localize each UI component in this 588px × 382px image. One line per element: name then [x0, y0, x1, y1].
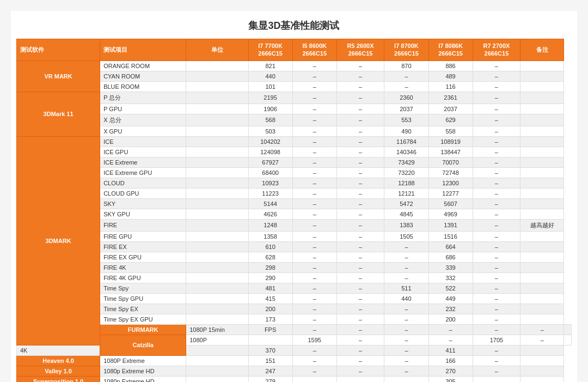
unit-cell: [186, 231, 248, 241]
value-cell: –: [292, 252, 336, 262]
unit-cell: [186, 283, 248, 293]
value-cell: 11223: [248, 188, 292, 198]
value-cell: 116784: [384, 136, 428, 147]
table-row: ICE GPU124098––140346138447–: [17, 147, 572, 157]
value-cell: –: [384, 355, 428, 366]
table-row: X GPU503––490558–: [17, 126, 572, 136]
value-cell: 370: [248, 345, 292, 355]
table-row: Valley 1.01080p Extreme HD247–––270–: [17, 366, 572, 376]
value-cell: 1705: [473, 335, 520, 345]
note-cell: [520, 314, 564, 324]
header-col3: 单位: [186, 39, 248, 61]
unit-cell: [186, 136, 248, 147]
value-cell: 5472: [384, 198, 428, 209]
unit-cell: [186, 314, 248, 324]
note-cell: [520, 136, 564, 147]
value-cell: 664: [428, 241, 473, 252]
table-row: SKY GPU4626––48454969–: [17, 209, 572, 219]
value-cell: –: [292, 198, 336, 209]
table-row: VR MARKORANGE ROOM821––870886–: [17, 60, 572, 71]
value-cell: 629: [428, 114, 473, 126]
value-cell: –: [473, 178, 520, 188]
item-cell: Time Spy: [100, 283, 186, 293]
value-cell: 2360: [384, 92, 428, 104]
table-row: Time Spy GPU415––440449–: [17, 293, 572, 304]
value-cell: –: [336, 209, 384, 219]
value-cell: 553: [384, 114, 428, 126]
category-cell: 3DMark 11: [17, 92, 100, 136]
value-cell: –: [473, 167, 520, 178]
table-row: Superposition 1.01080p Extreme HD279–––3…: [17, 376, 572, 382]
value-cell: 339: [428, 262, 473, 272]
table-row: 4K370–––411–: [17, 345, 572, 355]
value-cell: 489: [428, 71, 473, 81]
value-cell: 1505: [384, 231, 428, 241]
unit-cell: [186, 81, 248, 92]
value-cell: –: [292, 219, 336, 231]
value-cell: –: [336, 355, 384, 366]
note-cell: [520, 157, 564, 167]
value-cell: –: [292, 92, 336, 104]
value-cell: 1391: [428, 219, 473, 231]
value-cell: 200: [428, 314, 473, 324]
unit-cell: [186, 304, 248, 314]
unit-cell: [186, 366, 248, 376]
item-cell: SKY: [100, 198, 186, 209]
value-cell: –: [336, 104, 384, 114]
value-cell: 104202: [248, 136, 292, 147]
item-cell: CYAN ROOM: [100, 71, 186, 81]
unit-cell: [186, 104, 248, 114]
item-cell: 1080P: [186, 335, 248, 345]
value-cell: 67927: [248, 157, 292, 167]
item-cell: X 总分: [100, 114, 186, 126]
value-cell: –: [336, 178, 384, 188]
item-cell: CLOUD GPU: [100, 188, 186, 198]
value-cell: 2195: [248, 92, 292, 104]
value-cell: –: [292, 283, 336, 293]
value-cell: –: [336, 241, 384, 252]
item-cell: ICE Extreme GPU: [100, 167, 186, 178]
value-cell: 1906: [248, 104, 292, 114]
header-col7: I7 8700K 2666C15: [384, 39, 428, 61]
header-col1: 测试软件: [17, 39, 100, 61]
item-cell: FIRE 4K: [100, 262, 186, 272]
value-cell: 2037: [428, 104, 473, 114]
note-cell: [520, 104, 564, 114]
item-cell: FIRE EX GPU: [100, 252, 186, 262]
table-row: Catzilla1080P1595–––1705–: [17, 335, 572, 345]
value-cell: 5607: [428, 198, 473, 209]
note-cell: [520, 92, 564, 104]
unit-cell: [186, 293, 248, 304]
value-cell: 200: [248, 304, 292, 314]
value-cell: 72748: [428, 167, 473, 178]
table-row: 3DMark 11P 总分2195––23602361–: [17, 92, 572, 104]
value-cell: –: [336, 136, 384, 147]
item-cell: ORANGE ROOM: [100, 60, 186, 71]
benchmark-table: 测试软件 测试项目 单位 I7 7700K 2666C15 I5 8600K 2…: [16, 39, 572, 382]
value-cell: –: [384, 345, 428, 355]
value-cell: –: [473, 252, 520, 262]
table-row: P GPU1906––20372037–: [17, 104, 572, 114]
value-cell: –: [384, 376, 428, 382]
value-cell: 124098: [248, 147, 292, 157]
note-cell: [520, 241, 564, 252]
value-cell: –: [473, 366, 520, 376]
value-cell: –: [336, 71, 384, 81]
unit-cell: [248, 335, 292, 345]
value-cell: –: [292, 293, 336, 304]
value-cell: –: [292, 60, 336, 71]
unit-cell: [186, 355, 248, 366]
value-cell: –: [336, 126, 384, 136]
value-cell: –: [428, 335, 473, 345]
value-cell: 101: [248, 81, 292, 92]
value-cell: –: [292, 304, 336, 314]
unit-cell: [186, 345, 248, 355]
note-cell: [520, 293, 564, 304]
value-cell: 4969: [428, 209, 473, 219]
value-cell: 12277: [428, 188, 473, 198]
value-cell: –: [384, 252, 428, 262]
page-wrapper: 集显3D基准性能测试 测试软件 测试项目 单位 I7 7700K 2666C15…: [11, 11, 577, 382]
value-cell: 1595: [292, 335, 336, 345]
table-row: Heaven 4.01080P Extreme151–––166–: [17, 355, 572, 366]
value-cell: –: [336, 335, 384, 345]
